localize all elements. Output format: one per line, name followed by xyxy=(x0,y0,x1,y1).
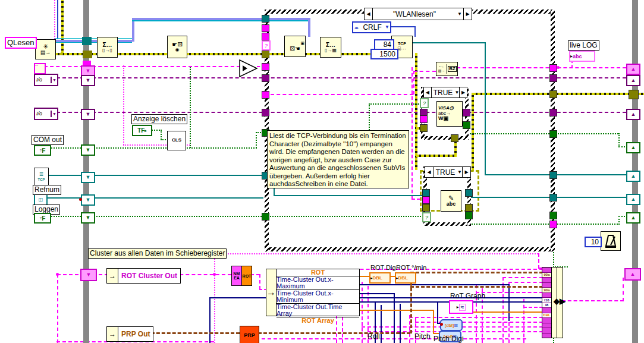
bundle-input-column: 90a 90a I16 I8 DBL xyxy=(542,268,551,338)
metronome-glyph xyxy=(604,234,618,248)
dbl-array-indicator[interactable]: [dbl] ⊠ xyxy=(440,319,463,331)
tunnel xyxy=(262,15,269,23)
write-text-file-icon[interactable]: ✎ abc xyxy=(441,190,461,212)
prp-subvi-icon[interactable]: PRP xyxy=(240,326,259,343)
dbl-indicator[interactable]: ▸ DBL xyxy=(369,272,391,284)
terminal-label: PRP Out xyxy=(118,327,153,341)
boolean-false-constant[interactable]: ?F xyxy=(34,213,51,224)
convert-glyph: ▯→▦ xyxy=(325,48,337,54)
true1-selector[interactable]: ◀ TRUE ▼ ▶ xyxy=(423,87,467,98)
variant-to-data-icon[interactable]: Σ… ▯→▯ xyxy=(97,37,118,58)
cls-subvi-icon[interactable]: CLS xyxy=(167,131,186,150)
bz-glyph: BZ xyxy=(448,66,457,73)
tunnel xyxy=(463,121,470,129)
true2-selector[interactable]: ◀ TRUE ▼ ▶ xyxy=(425,166,471,178)
wire xyxy=(57,274,58,343)
shift-register-left: ▼ xyxy=(80,269,97,281)
unbundle-by-name-node[interactable]: → ROT Time-Cluster Out.x-Maximum Time-Cl… xyxy=(266,269,360,316)
case-selector-wlanlesen[interactable]: ◀ "WLANlesen" ▼ ▶ xyxy=(364,8,472,20)
tunnel xyxy=(549,171,557,179)
unbundle-row[interactable]: Time-Cluster Out.x-Maximum xyxy=(277,276,359,290)
comment-box: Liest die TCP-Verbindung bis ein Termina… xyxy=(267,130,409,188)
tunnel xyxy=(549,194,557,202)
coercion-dot xyxy=(440,323,443,326)
chevron-down-icon[interactable]: ▼ xyxy=(456,11,463,17)
tunnel xyxy=(422,204,430,212)
numeric-constant-10[interactable]: 10 xyxy=(585,237,602,247)
shift-register-right: ▲ xyxy=(626,75,640,86)
tunnel xyxy=(451,134,458,142)
visa-resource-combo[interactable]: I/o ▼ xyxy=(34,74,58,86)
unbundle-row[interactable]: Time-Cluster Out.x-Minimum xyxy=(277,290,359,304)
dequeue-element-icon[interactable]: ✳ ▤→ xyxy=(35,39,56,59)
wire xyxy=(57,0,58,39)
spreadsheet-string-to-array-icon[interactable]: Σ… ▯→▦ xyxy=(320,37,341,58)
arrow-icon: ▸ xyxy=(144,128,147,133)
case-next-icon[interactable]: ▶ xyxy=(462,167,470,177)
enum-value[interactable]: CRLF xyxy=(360,24,385,31)
tunnel xyxy=(629,90,639,99)
wire xyxy=(638,93,644,95)
unbundle-row[interactable]: ROT Array xyxy=(277,317,359,324)
wire xyxy=(256,338,526,339)
visa-write-icon[interactable]: VISA◷ abc→ W▣ xyxy=(436,101,463,127)
boolean-false-constant[interactable]: ?F xyxy=(34,145,51,156)
box-glyph: ▣ xyxy=(300,41,305,46)
sigma-glyph: Σ… xyxy=(326,42,335,48)
rot-cluster-out-terminal[interactable]: → ROT Cluster Out xyxy=(106,268,181,284)
io-value: I/o xyxy=(35,111,51,117)
control-refnum-icon[interactable]: ◫ xyxy=(34,194,48,206)
refnum-glyph: ◫ xyxy=(39,197,43,203)
tcp-refnum-icon[interactable]: ≣ TCP xyxy=(34,168,49,185)
string-indicator-abc[interactable]: ▸ abc xyxy=(569,51,595,62)
wire xyxy=(55,38,132,39)
nmea-rot-subvi-icon[interactable]: NM EA ROT xyxy=(231,266,252,286)
wait-metronome-icon[interactable] xyxy=(601,231,621,251)
empty-string-constant[interactable]: "" xyxy=(34,63,46,74)
case-next-icon[interactable]: ▶ xyxy=(459,87,467,97)
chevron-down-icon[interactable]: ▼ xyxy=(385,25,390,30)
case-next-icon[interactable]: ▶ xyxy=(463,8,472,20)
bz-subvi-icon[interactable]: ▫→ ▨→ BZ xyxy=(436,62,458,76)
dbl-indicator[interactable]: ▸ DBL xyxy=(395,272,416,284)
tunnel xyxy=(549,74,557,82)
anzeige-loeschen-label: Anzeige löschen xyxy=(131,114,187,124)
chevron-down-icon[interactable]: ▼ xyxy=(454,90,459,95)
numeric-constant-1500[interactable]: 1500 xyxy=(370,49,398,59)
wire xyxy=(256,132,257,148)
prp-out-terminal[interactable]: → PRP Out xyxy=(106,326,153,342)
case-selector-terminal: ? xyxy=(422,212,431,222)
graph-terminal[interactable]: ▸ ≈ xyxy=(449,300,473,314)
chevron-down-icon[interactable]: ▼ xyxy=(51,77,57,83)
tunnel xyxy=(465,212,473,219)
true2-selector-label[interactable]: TRUE xyxy=(433,168,457,177)
chevron-down-icon[interactable]: ▼ xyxy=(457,169,462,175)
refnum-label: Refnum xyxy=(33,185,61,195)
visa-resource-combo[interactable]: I/o ▼ xyxy=(34,108,58,120)
unflatten-from-string-icon[interactable]: ☛⚄ ◉ xyxy=(167,36,187,58)
true2-border-bottom xyxy=(423,222,471,226)
tunnel xyxy=(262,63,269,71)
wire xyxy=(523,307,543,308)
case-selector-label[interactable]: "WLANlesen" xyxy=(373,10,456,18)
case-selector-terminal: ? xyxy=(420,98,429,108)
increment-icon[interactable]: ◂▸ xyxy=(353,26,360,30)
boolean-tf-control[interactable]: TF ▸ xyxy=(132,125,152,136)
flatten-to-string-icon[interactable]: ▣ ⚄☚ xyxy=(284,36,306,57)
dbl-value: DBL xyxy=(373,275,382,281)
case-prev-icon[interactable]: ◀ xyxy=(424,87,432,97)
tunnel xyxy=(549,130,557,138)
select-function-icon[interactable] xyxy=(239,59,258,77)
wire xyxy=(54,0,55,39)
wire xyxy=(485,174,632,175)
unbundle-row[interactable]: Time-Cluster Out.Time Array xyxy=(277,304,359,317)
f-value: F xyxy=(42,147,45,154)
rot-min-label: ROT °/min xyxy=(396,264,426,271)
tunnel xyxy=(262,91,269,99)
enum-constant-crlf[interactable]: ◂▸ CRLF ▼ xyxy=(352,21,391,33)
chevron-down-icon[interactable]: ▼ xyxy=(51,111,57,117)
true1-selector-label[interactable]: TRUE xyxy=(432,89,455,97)
case-prev-icon[interactable]: ◀ xyxy=(425,167,433,177)
tunnel xyxy=(549,109,557,117)
case-prev-icon[interactable]: ◀ xyxy=(365,8,373,20)
